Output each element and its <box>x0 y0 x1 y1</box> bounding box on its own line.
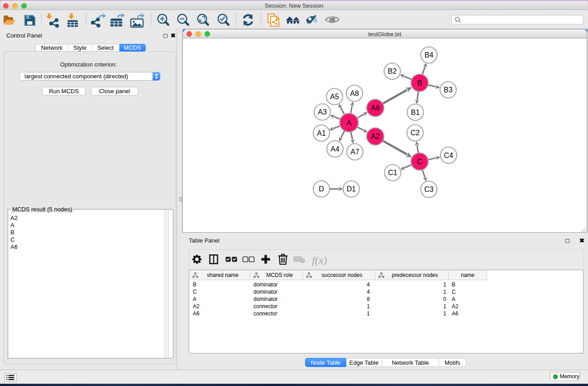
svg-text:B1: B1 <box>411 109 420 116</box>
svg-text:A6: A6 <box>371 104 380 112</box>
svg-text:D1: D1 <box>347 185 356 193</box>
svg-text:B3: B3 <box>444 86 453 94</box>
svg-text:C3: C3 <box>424 186 434 193</box>
svg-text:C4: C4 <box>444 152 454 159</box>
svg-text:C: C <box>417 158 422 166</box>
svg-text:B: B <box>417 79 422 87</box>
svg-text:A1: A1 <box>317 129 326 137</box>
svg-text:B4: B4 <box>425 51 434 59</box>
svg-text:f(x): f(x) <box>312 254 327 266</box>
svg-text:A: A <box>347 119 352 127</box>
svg-text:D: D <box>319 185 324 193</box>
svg-text:A3: A3 <box>318 108 327 116</box>
svg-text:A5: A5 <box>330 93 339 100</box>
svg-text:B2: B2 <box>388 67 397 75</box>
svg-text:C1: C1 <box>388 169 397 176</box>
svg-text:C2: C2 <box>411 129 420 137</box>
svg-text:A8: A8 <box>350 90 359 97</box>
svg-text:A2: A2 <box>371 133 380 140</box>
svg-text:A4: A4 <box>330 145 339 153</box>
svg-text:A7: A7 <box>350 148 359 156</box>
